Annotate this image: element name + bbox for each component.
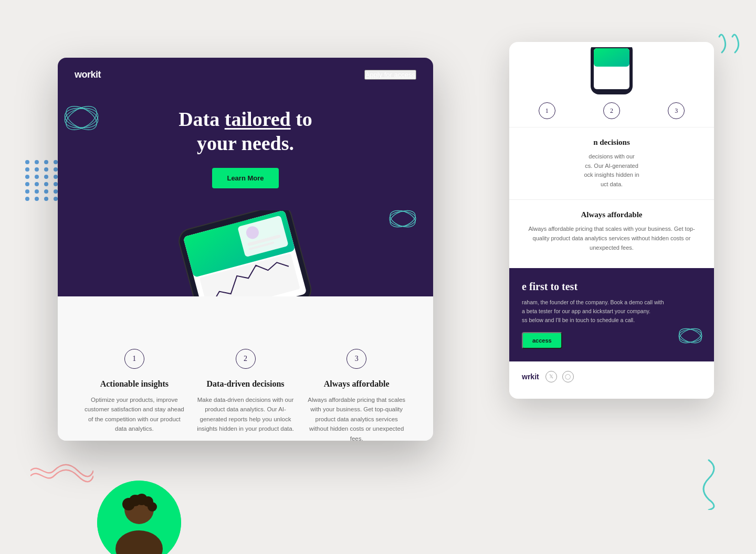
feature-number-3: 3	[346, 349, 366, 369]
sw-logo-rest: rkit	[528, 372, 539, 381]
sw-footer: wrkit 𝕏 ◯	[509, 361, 714, 392]
svg-point-11	[388, 207, 417, 230]
learn-more-button[interactable]: Learn More	[212, 168, 278, 188]
feature-item-2: 2 Data-driven decisions Make data-driven…	[190, 349, 301, 441]
sw-cta-title: e first to test	[522, 281, 701, 293]
sw-feature-numbers: 1 2 3	[509, 94, 714, 127]
sw-affordable-title: Always affordable	[522, 210, 701, 219]
hero-content: Data tailored to your needs. Learn More	[58, 92, 433, 188]
svg-point-27	[679, 329, 702, 342]
sw-cta-dark-section: e first to test raham, the founder of th…	[509, 268, 714, 361]
feature-number-1: 1	[124, 349, 144, 369]
avatar-circle	[97, 481, 181, 554]
sw-feature-partial-desc: decisions with ourcs. Our AI-generatedoc…	[522, 152, 701, 189]
teal-curly-bottomright	[693, 457, 724, 512]
svg-point-36	[148, 502, 157, 512]
feature-desc-3: Always affordable pricing that scales wi…	[306, 395, 407, 441]
main-browser-window: workit Apply for access Data tail	[58, 58, 433, 441]
feature-title-2: Data-driven decisions	[195, 379, 296, 389]
sw-feature-num-2: 2	[603, 102, 620, 119]
feature-item-3: 3 Always affordable Always affordable pr…	[301, 349, 412, 441]
sw-feature-data-decisions: n decisions decisions with ourcs. Our AI…	[509, 127, 714, 199]
logo: workit	[75, 69, 101, 80]
sw-phone-partial	[509, 42, 714, 94]
feature-title-3: Always affordable	[306, 379, 407, 389]
pink-wave-decoration	[30, 457, 93, 486]
svg-point-12	[390, 211, 416, 226]
feature-desc-2: Make data-driven decisions with our prod…	[195, 395, 296, 434]
sw-logo-w: w	[522, 372, 528, 381]
secondary-browser-window: 1 2 3 n decisions decisions with ourcs. …	[509, 42, 714, 399]
feature-desc-1: Optimize your products, improve customer…	[84, 395, 185, 434]
sw-feature-num-1: 1	[539, 102, 555, 119]
features-section: 1 Actionable insights Optimize your prod…	[58, 296, 433, 441]
sw-footer-social-icons: 𝕏 ◯	[545, 371, 574, 382]
teal-quotes-topright	[714, 31, 751, 76]
sw-cta-desc: raham, the founder of the company. Book …	[522, 298, 701, 324]
hero-title-line2: your needs.	[197, 132, 294, 154]
hero-title: Data tailored to your needs.	[58, 108, 433, 155]
svg-point-28	[677, 326, 704, 346]
svg-point-13	[388, 207, 417, 230]
feature-title-1: Actionable insights	[84, 379, 185, 389]
instagram-icon[interactable]: ◯	[562, 371, 574, 382]
sw-cta-button[interactable]: access	[522, 332, 562, 349]
logo-bold: it	[96, 69, 101, 80]
svg-rect-25	[594, 48, 629, 67]
navigation: workit Apply for access	[58, 58, 433, 92]
hero-title-underline: tailored	[225, 108, 291, 130]
logo-text: work	[75, 69, 96, 80]
sw-feature-partial-title: n decisions	[522, 138, 701, 147]
sw-always-affordable: Always affordable Always affordable pric…	[509, 199, 714, 263]
phone-mockup	[151, 210, 340, 296]
sw-feature-num-3: 3	[668, 102, 685, 119]
apply-for-access-button[interactable]: Apply for access	[364, 70, 416, 80]
hero-teal-rings-right	[388, 205, 417, 233]
hero-section: workit Apply for access Data tail	[58, 58, 433, 296]
sw-teal-curly	[677, 323, 704, 351]
twitter-icon[interactable]: 𝕏	[545, 371, 557, 382]
feature-number-2: 2	[236, 349, 256, 369]
sw-affordable-desc: Always affordable pricing that scales wi…	[522, 225, 701, 252]
sw-footer-logo: wrkit	[522, 372, 539, 381]
feature-item-1: 1 Actionable insights Optimize your prod…	[79, 349, 190, 441]
